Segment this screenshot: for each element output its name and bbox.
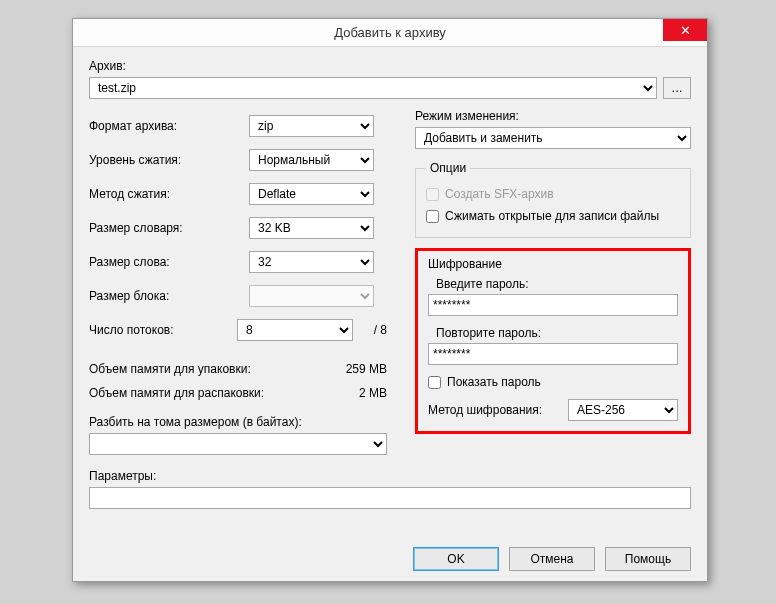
archive-combobox[interactable]: test.zip: [89, 77, 657, 99]
format-select[interactable]: zip: [249, 115, 374, 137]
block-label: Размер блока:: [89, 289, 249, 303]
browse-button[interactable]: ...: [663, 77, 691, 99]
mem-pack-label: Объем памяти для упаковки:: [89, 362, 346, 376]
dialog-window: Добавить к архиву ✕ Архив: test.zip ... …: [72, 18, 708, 582]
help-button[interactable]: Помощь: [605, 547, 691, 571]
close-icon: ✕: [680, 24, 691, 37]
word-select[interactable]: 32: [249, 251, 374, 273]
update-select[interactable]: Добавить и заменить: [415, 127, 691, 149]
archive-label: Архив:: [89, 59, 691, 73]
method-label: Метод сжатия:: [89, 187, 249, 201]
password-repeat-input[interactable]: [428, 343, 678, 365]
titlebar: Добавить к архиву ✕: [73, 19, 707, 47]
encryption-legend: Шифрование: [428, 257, 678, 271]
params-input[interactable]: [89, 487, 691, 509]
level-label: Уровень сжатия:: [89, 153, 249, 167]
threads-label: Число потоков:: [89, 323, 237, 337]
show-password-checkbox[interactable]: [428, 376, 441, 389]
method-select[interactable]: Deflate: [249, 183, 374, 205]
update-label: Режим изменения:: [415, 109, 691, 123]
cancel-button[interactable]: Отмена: [509, 547, 595, 571]
password-label: Введите пароль:: [436, 277, 678, 291]
password-repeat-label: Повторите пароль:: [436, 326, 678, 340]
format-label: Формат архива:: [89, 119, 249, 133]
dict-label: Размер словаря:: [89, 221, 249, 235]
enc-method-select[interactable]: AES-256: [568, 399, 678, 421]
encryption-group: Шифрование Введите пароль: Повторите пар…: [415, 248, 691, 434]
enc-method-label: Метод шифрования:: [428, 403, 568, 417]
options-group: Опции Создать SFX-архив Сжимать открытые…: [415, 161, 691, 238]
dict-select[interactable]: 32 KB: [249, 217, 374, 239]
shared-checkbox[interactable]: [426, 210, 439, 223]
mem-unpack-label: Объем памяти для распаковки:: [89, 386, 359, 400]
mem-pack-value: 259 MB: [346, 362, 387, 376]
password-input[interactable]: [428, 294, 678, 316]
shared-label: Сжимать открытые для записи файлы: [445, 209, 659, 223]
options-legend: Опции: [426, 161, 470, 175]
params-label: Параметры:: [89, 469, 691, 483]
sfx-checkbox: [426, 188, 439, 201]
footer: OK Отмена Помощь: [73, 537, 707, 581]
ok-button[interactable]: OK: [413, 547, 499, 571]
show-password-label: Показать пароль: [447, 375, 541, 389]
sfx-label: Создать SFX-архив: [445, 187, 554, 201]
mem-unpack-value: 2 MB: [359, 386, 387, 400]
window-title: Добавить к архиву: [73, 25, 707, 40]
block-select: [249, 285, 374, 307]
level-select[interactable]: Нормальный: [249, 149, 374, 171]
threads-max: / 8: [359, 323, 387, 337]
split-label: Разбить на тома размером (в байтах):: [89, 415, 387, 429]
word-label: Размер слова:: [89, 255, 249, 269]
threads-select[interactable]: 8: [237, 319, 353, 341]
split-select[interactable]: [89, 433, 387, 455]
close-button[interactable]: ✕: [663, 19, 707, 41]
